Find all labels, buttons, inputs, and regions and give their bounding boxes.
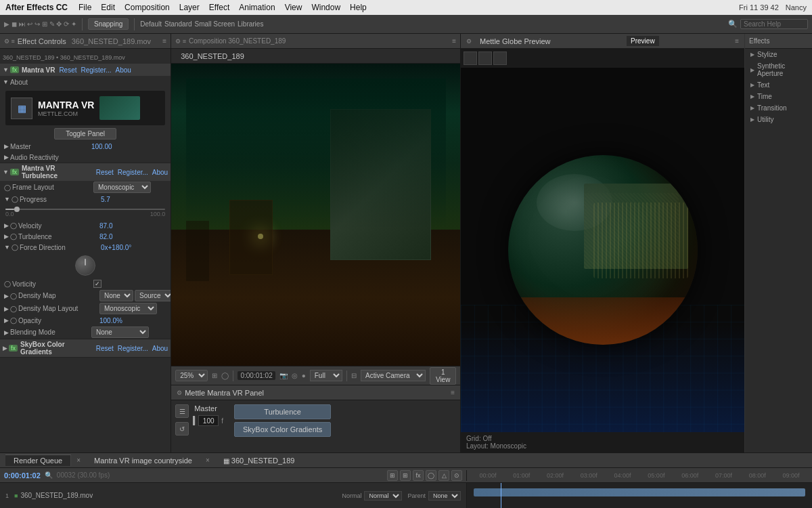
effect-item-stylize[interactable]: ▶ Stylize xyxy=(745,49,812,60)
layers-icon[interactable]: ☰ xyxy=(175,404,189,418)
skybox-reset[interactable]: Reset xyxy=(96,345,114,352)
mantra-comp-tab[interactable]: Mantra VR image countryside xyxy=(86,455,200,466)
blending-twirl[interactable]: ▶ xyxy=(4,329,9,336)
force-twirl[interactable]: ▼ xyxy=(4,244,10,251)
timeline-search-icon[interactable]: 🔍 xyxy=(45,471,53,479)
skybox-about[interactable]: Abou xyxy=(152,345,168,352)
skybox-register[interactable]: Register... xyxy=(118,345,148,352)
thumb-2[interactable] xyxy=(478,51,492,65)
effect-item-utility[interactable]: ▶ Utility xyxy=(745,114,812,125)
effect-item-transition[interactable]: ▶ Transition xyxy=(745,102,812,114)
mantra-vr-reset[interactable]: Reset xyxy=(59,66,76,74)
master-thumb[interactable] xyxy=(193,416,195,425)
turbulence-twirl[interactable]: ▼ xyxy=(3,169,9,175)
turbulence-button[interactable]: Turbulence xyxy=(234,404,331,419)
audio-twirl[interactable]: ▶ xyxy=(4,154,9,161)
progress-twirl[interactable]: ▼ xyxy=(4,196,10,203)
mantra-vr-about[interactable]: Abou xyxy=(116,66,131,74)
progress-row[interactable]: ▼ ◯ Progress 5.7 xyxy=(0,194,171,205)
vorticity-checkbox[interactable] xyxy=(93,280,102,288)
menu-edit[interactable]: Edit xyxy=(101,3,115,12)
menu-composition[interactable]: Composition xyxy=(125,3,170,12)
mantra-vr-register[interactable]: Register... xyxy=(81,66,112,74)
toggle-panel-btn[interactable]: Toggle Panel xyxy=(54,128,116,140)
mode-select[interactable]: Normal xyxy=(364,491,402,501)
snapping-toggle[interactable]: Snapping xyxy=(88,18,129,30)
density-map-twirl[interactable]: ▶ xyxy=(4,293,9,299)
density-map-none-select[interactable]: None xyxy=(99,290,133,301)
menu-help[interactable]: Help xyxy=(350,3,367,12)
parent-select[interactable]: None xyxy=(428,491,461,501)
nested-comp-tab[interactable]: ▦ 360_NESTED_189 xyxy=(215,455,303,466)
turbulence-prop-twirl[interactable]: ▶ xyxy=(4,233,9,240)
turbulence-reset[interactable]: Reset xyxy=(96,169,114,176)
refresh-icon[interactable]: ↺ xyxy=(175,422,189,436)
frame-layout-row[interactable]: ◯ Frame Layout Monoscopic xyxy=(0,181,171,194)
velocity-twirl[interactable]: ▶ xyxy=(4,222,9,229)
panel-menu-btn[interactable]: ≡ xyxy=(162,37,166,45)
progress-track[interactable] xyxy=(5,209,165,210)
density-layout-select[interactable]: Monoscopic xyxy=(99,303,157,314)
mantra-vr-twirl[interactable]: ▼ xyxy=(3,66,9,73)
tl-btn-5[interactable]: △ xyxy=(438,470,449,481)
preset-small[interactable]: Small Screen xyxy=(195,20,235,28)
menu-view[interactable]: View xyxy=(285,3,302,12)
preview-tab[interactable]: Preview xyxy=(627,36,659,46)
globe-menu-btn[interactable]: ≡ xyxy=(735,37,739,45)
density-map-source-select[interactable]: Source xyxy=(135,290,171,301)
tl-btn-4[interactable]: ◯ xyxy=(426,470,436,481)
density-map-row[interactable]: ▶ ◯ Density Map None Source xyxy=(0,289,171,302)
tl-btn-6[interactable]: ⊙ xyxy=(451,470,462,481)
render-queue-tab[interactable]: Render Queue xyxy=(5,454,71,466)
timeline-clip-bar[interactable] xyxy=(474,488,805,496)
master-row[interactable]: ▶ Master 100.00 xyxy=(0,141,171,152)
preset-standard[interactable]: Standard xyxy=(164,20,192,28)
timeline-playhead[interactable] xyxy=(501,483,501,508)
quality-select[interactable]: Full xyxy=(310,370,342,381)
turbulence-about[interactable]: Abou xyxy=(152,169,168,176)
menu-layer[interactable]: Layer xyxy=(179,3,200,12)
master-twirl[interactable]: ▶ xyxy=(4,143,9,150)
turbulence-register[interactable]: Register... xyxy=(118,169,148,176)
preset-default[interactable]: Default xyxy=(140,20,162,28)
comp-menu-btn[interactable]: ≡ xyxy=(452,37,456,45)
blending-select[interactable]: None xyxy=(91,326,149,338)
force-direction-knob[interactable] xyxy=(75,255,95,276)
skybox-button[interactable]: SkyBox Color Gradients xyxy=(234,422,331,437)
audio-reactivity-row[interactable]: ▶ Audio Reactivity xyxy=(0,152,171,163)
velocity-row[interactable]: ▶ ◯ Velocity 87.0 xyxy=(0,220,171,231)
master-track[interactable] xyxy=(194,416,196,425)
zoom-select[interactable]: 25% xyxy=(175,370,208,381)
mantra-panel-menu[interactable]: ≡ xyxy=(451,389,455,396)
skybox-twirl[interactable]: ▶ xyxy=(3,345,7,352)
comp-tab-active[interactable]: 360_NESTED_189 xyxy=(175,51,250,62)
frame-layout-select[interactable]: Monoscopic xyxy=(93,182,151,193)
menu-effect[interactable]: Effect xyxy=(209,3,229,12)
vorticity-row[interactable]: ◯ Vorticity xyxy=(0,278,171,289)
views-btn[interactable]: 1 View xyxy=(430,367,456,385)
menu-items[interactable]: File Edit Composition Layer Effect Anima… xyxy=(78,3,367,12)
blending-row[interactable]: ▶ Blending Mode None xyxy=(0,326,171,339)
opacity-twirl[interactable]: ▶ xyxy=(4,317,9,324)
tl-btn-2[interactable]: ⊞ xyxy=(400,470,411,481)
camera-select[interactable]: Active Camera xyxy=(361,370,426,381)
tl-btn-3[interactable]: fx xyxy=(413,470,424,481)
effect-item-text[interactable]: ▶ Text xyxy=(745,79,812,91)
turbulence-prop-row[interactable]: ▶ ◯ Turbulence 82.0 xyxy=(0,231,171,242)
menu-window[interactable]: Window xyxy=(311,3,340,12)
menu-file[interactable]: File xyxy=(78,3,91,12)
menu-animation[interactable]: Animation xyxy=(239,3,275,12)
density-layout-twirl[interactable]: ▶ xyxy=(4,305,9,312)
timeline-tracks[interactable] xyxy=(467,483,812,508)
tl-btn-1[interactable]: ⊞ xyxy=(387,470,398,481)
preset-libraries[interactable]: Libraries xyxy=(238,20,263,28)
thumb-3[interactable] xyxy=(493,51,507,65)
about-twirl[interactable]: ▼ xyxy=(3,79,9,85)
thumb-1[interactable] xyxy=(464,51,477,65)
search-input[interactable] xyxy=(740,19,808,29)
density-layout-row[interactable]: ▶ ◯ Density Map Layout Monoscopic xyxy=(0,302,171,315)
effect-item-time[interactable]: ▶ Time xyxy=(745,91,812,102)
force-direction-row[interactable]: ▼ ◯ Force Direction 0x+180.0° xyxy=(0,242,171,253)
effect-item-synthetic[interactable]: ▶ Synthetic Aperture xyxy=(745,60,812,79)
opacity-row[interactable]: ▶ ◯ Opacity 100.0% xyxy=(0,315,171,326)
